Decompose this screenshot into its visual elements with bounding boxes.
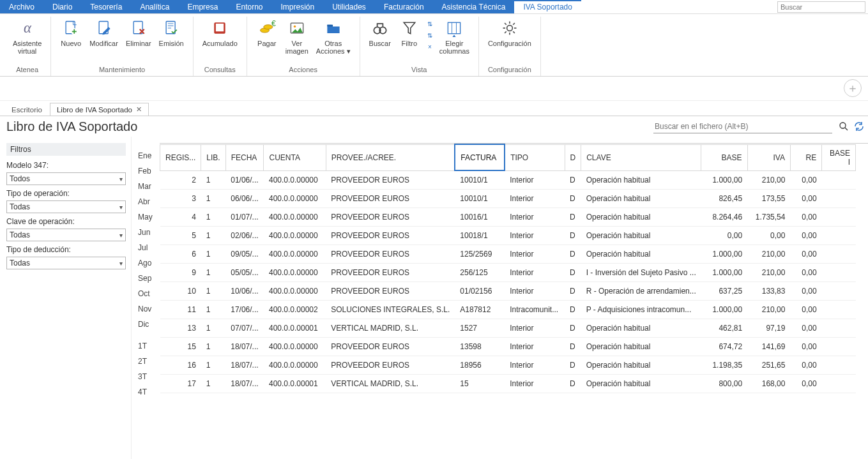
column-header-re[interactable]: RE: [790, 144, 821, 170]
sort-desc-icon[interactable]: ⇅: [424, 32, 436, 42]
period-ago[interactable]: Ago: [138, 255, 157, 271]
doc-plus-icon: [61, 18, 81, 38]
ribbon-elegir-columnas-button[interactable]: Elegircolumnas: [436, 17, 473, 57]
table-row[interactable]: 2101/06/...400.0.0.00000PROVEEDOR EUROS1…: [160, 170, 856, 190]
ribbon-button-label: Filtro: [402, 40, 417, 56]
global-search-input[interactable]: [777, 1, 865, 13]
ribbon-group-label: Vista: [411, 64, 427, 76]
doc-check-icon: [161, 18, 181, 38]
ribbon-otras-button[interactable]: OtrasAcciones ▾: [312, 17, 354, 57]
period-nov[interactable]: Nov: [138, 301, 157, 317]
refresh-icon[interactable]: [854, 121, 864, 132]
table-row[interactable]: 3106/06/...400.0.0.00000PROVEEDOR EUROS1…: [160, 190, 856, 208]
doc-pen-icon: [94, 18, 114, 38]
period-4t[interactable]: 4T: [138, 384, 157, 400]
ribbon-nuevo-button[interactable]: Nuevo: [56, 17, 86, 57]
column-header-base-i[interactable]: BASE I: [822, 144, 856, 170]
ribbon-group-label: Atenea: [16, 64, 38, 76]
menu-item-tesorer-a[interactable]: Tesorería: [81, 0, 131, 13]
column-header-tipo[interactable]: TIPO: [505, 144, 565, 170]
ribbon: αAsistentevirtualAteneaNuevoModificarEli…: [0, 14, 868, 77]
tab-label: Libro de IVA Soportado: [57, 106, 132, 114]
period-jul[interactable]: Jul: [138, 240, 157, 255]
period-2t[interactable]: 2T: [138, 354, 157, 369]
svg-line-25: [513, 31, 515, 33]
period-sep[interactable]: Sep: [138, 271, 157, 286]
sort-asc-icon[interactable]: ⇅: [424, 20, 436, 31]
ribbon-eliminar-button[interactable]: Eliminar: [122, 17, 155, 57]
period-oct[interactable]: Oct: [138, 286, 157, 301]
table-row[interactable]: 17118/07/...400.0.0.00001VERTICAL MADRID…: [160, 375, 856, 393]
svg-rect-13: [327, 25, 333, 27]
ribbon-buscar-button[interactable]: Buscar: [365, 17, 395, 57]
period-jun[interactable]: Jun: [138, 225, 157, 240]
column-header-provee-acree-[interactable]: PROVEE./ACREE.: [326, 144, 455, 170]
menu-item-diario[interactable]: Diario: [43, 0, 81, 13]
table-row[interactable]: 13107/07/...400.0.0.00001VERTICAL MADRID…: [160, 319, 856, 338]
clear-sort-icon[interactable]: ×: [424, 43, 436, 54]
column-header-clave[interactable]: CLAVE: [581, 144, 701, 170]
period-mar[interactable]: Mar: [138, 179, 157, 194]
menu-item-facturaci-n[interactable]: Facturación: [375, 0, 433, 13]
menu-item-asistencia-t-cnica[interactable]: Asistencia Técnica: [433, 0, 515, 13]
period-abr[interactable]: Abr: [138, 194, 157, 209]
table-row[interactable]: 9105/05/...400.0.0.00000PROVEEDOR EUROS2…: [160, 264, 856, 282]
add-button[interactable]: ＋: [844, 79, 862, 97]
close-icon[interactable]: ✕: [136, 105, 142, 114]
column-header-d[interactable]: D: [565, 144, 581, 170]
menu-item-archivo[interactable]: Archivo: [0, 0, 43, 13]
menu-bar: ArchivoDiarioTesoreríaAnalíticaEmpresaEn…: [0, 0, 868, 14]
ribbon-emisi-n-button[interactable]: Emisión: [155, 17, 188, 57]
ribbon-button-label: Pagar: [257, 40, 276, 56]
column-header-fecha[interactable]: FECHA: [225, 144, 264, 170]
search-icon[interactable]: [839, 121, 849, 132]
filters-header: Filtros: [6, 143, 126, 156]
table-row[interactable]: 5102/06/...400.0.0.00000PROVEEDOR EUROS1…: [160, 227, 856, 245]
table-row[interactable]: 10110/06/...400.0.0.00000PROVEEDOR EUROS…: [160, 282, 856, 301]
ribbon-acumulado-button[interactable]: Acumulado: [199, 17, 241, 57]
file-search-input[interactable]: [653, 120, 832, 133]
filter-label: Clave de operación:: [6, 217, 126, 226]
ribbon-button-label: Verimagen: [286, 40, 308, 56]
menu-item-entorno[interactable]: Entorno: [227, 0, 271, 13]
column-header-base[interactable]: BASE: [701, 144, 747, 170]
table-row[interactable]: 6109/05/...400.0.0.00000PROVEEDOR EUROS1…: [160, 245, 856, 264]
ribbon-button-label: Modificar: [89, 40, 118, 56]
svg-line-26: [505, 31, 506, 33]
column-header-iva[interactable]: IVA: [747, 144, 790, 170]
page-title: Libro de IVA Soportado: [0, 114, 137, 139]
menu-item-empresa[interactable]: Empresa: [178, 0, 227, 13]
menu-item-anal-tica[interactable]: Analítica: [131, 0, 178, 13]
menu-item-iva-soportado[interactable]: IVA Soportado: [514, 0, 581, 13]
filter-select-3[interactable]: Todas: [6, 257, 126, 269]
ribbon-pagar-button[interactable]: €Pagar: [252, 17, 282, 57]
table-row[interactable]: 16118/07/...400.0.0.00000PROVEEDOR EUROS…: [160, 356, 856, 375]
period-feb[interactable]: Feb: [138, 163, 157, 179]
svg-rect-5: [166, 22, 175, 34]
table-row[interactable]: 15118/07/...400.0.0.00000PROVEEDOR EUROS…: [160, 338, 856, 356]
ribbon-modificar-button[interactable]: Modificar: [86, 17, 122, 57]
ribbon-asistente-button[interactable]: αAsistentevirtual: [9, 17, 45, 57]
ribbon-ver-button[interactable]: Verimagen: [282, 17, 312, 57]
column-header-factura[interactable]: FACTURA: [455, 144, 505, 170]
period-3t[interactable]: 3T: [138, 369, 157, 384]
menu-item-utilidades[interactable]: Utilidades: [323, 0, 375, 13]
period-ene[interactable]: Ene: [138, 148, 157, 163]
ribbon-filtro-button[interactable]: Filtro: [395, 17, 424, 57]
ribbon-button-label: Acumulado: [202, 40, 238, 56]
data-grid[interactable]: REGIS...LIB.FECHACUENTAPROVEE./ACREE.FAC…: [160, 143, 868, 459]
table-row[interactable]: 11117/06/...400.0.0.00002SOLUCIONES INTE…: [160, 301, 856, 319]
filter-select-2[interactable]: Todas: [6, 229, 126, 241]
filter-select-0[interactable]: Todos: [6, 172, 126, 185]
period-1t[interactable]: 1T: [138, 338, 157, 354]
period-dic[interactable]: Dic: [138, 317, 157, 332]
filter-select-1[interactable]: Todas: [6, 200, 126, 213]
column-header-cuenta[interactable]: CUENTA: [264, 144, 326, 170]
ribbon-configuraci-n-button[interactable]: Configuración: [484, 17, 535, 57]
menu-item-impresi-n[interactable]: Impresión: [271, 0, 323, 13]
table-row[interactable]: 4101/07/...400.0.0.00000PROVEEDOR EUROS1…: [160, 208, 856, 227]
doc-x-icon: [128, 18, 149, 38]
column-header-lib-[interactable]: LIB.: [201, 144, 225, 170]
column-header-regis-[interactable]: REGIS...: [160, 144, 201, 170]
period-may[interactable]: May: [138, 209, 157, 225]
